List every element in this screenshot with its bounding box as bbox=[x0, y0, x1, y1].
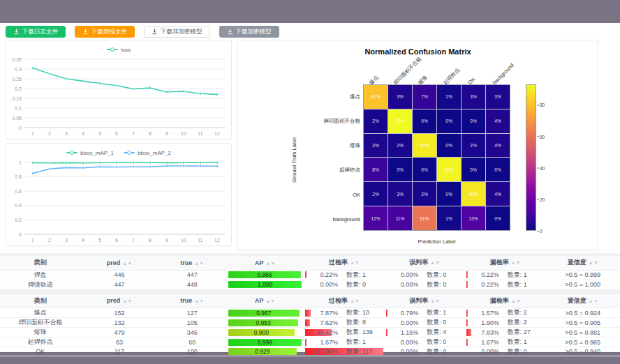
svg-text:3: 3 bbox=[65, 131, 68, 136]
ap-bar: 0.900 bbox=[228, 329, 295, 336]
heatmap-cell: 0% bbox=[486, 158, 510, 181]
heatmap-cell: 90% bbox=[413, 134, 436, 158]
sort-icon[interactable]: ▲▼ bbox=[122, 261, 132, 266]
pred-cell: 117 bbox=[80, 347, 158, 356]
heatmap-cell: 3% bbox=[388, 182, 412, 206]
ap-bar: 0.929 bbox=[228, 348, 297, 355]
sort-icon[interactable]: ▲▼ bbox=[265, 261, 275, 266]
miss-cell: 1.67%数量: 1 bbox=[465, 338, 545, 347]
column-header-1[interactable]: pred▲▼ bbox=[80, 294, 158, 308]
legend-item-bbox_mAP_2[interactable]: bbox_mAP_2 bbox=[124, 150, 171, 156]
rate-count: 数量: 0 bbox=[418, 347, 459, 356]
ap-cell: 0.900 bbox=[226, 328, 304, 338]
table-row: 起焊炸点63600.9961.67%数量: 10.00%数量: 01.67%数量… bbox=[0, 338, 620, 347]
legend-item-bbox_mAP_1[interactable]: bbox_mAP_1 bbox=[66, 150, 114, 156]
rate-percent: 7.62% bbox=[305, 319, 338, 326]
column-header-1[interactable]: pred▲▼ bbox=[80, 256, 158, 270]
heatmap-cell: 1% bbox=[437, 85, 461, 109]
svg-text:0: 0 bbox=[19, 126, 22, 130]
legend-item-loss[interactable]: loss bbox=[107, 47, 131, 53]
matrix-row-label: 焊印面积不合格 bbox=[290, 118, 360, 125]
sort-icon[interactable]: ▲▼ bbox=[430, 298, 440, 303]
legend-label: bbox_mAP_1 bbox=[80, 150, 114, 156]
heatmap-cell: 92% bbox=[437, 158, 461, 181]
svg-text:5: 5 bbox=[98, 131, 101, 136]
heatmap-cell: 3% bbox=[388, 85, 412, 109]
svg-text:0.4: 0.4 bbox=[15, 203, 22, 208]
svg-text:0.2: 0.2 bbox=[15, 86, 22, 91]
column-header-7[interactable]: 置信度▲▼ bbox=[545, 256, 620, 270]
true-cell: 60 bbox=[158, 338, 226, 347]
confusion-matrix-card: Normalized Confusion Matrix 81%3%7%1%3%3… bbox=[237, 40, 598, 250]
column-header-2[interactable]: true▲▼ bbox=[158, 294, 226, 308]
sort-icon[interactable]: ▲▼ bbox=[350, 260, 360, 265]
heatmap-cell: 0% bbox=[437, 109, 461, 133]
matrix-row-label: OK bbox=[290, 191, 360, 197]
matrix-x-axis-label: Prediction Label bbox=[363, 238, 510, 245]
sort-icon[interactable]: ▲▼ bbox=[122, 298, 132, 303]
rate-percent: 0.00% bbox=[386, 348, 419, 355]
button-label: 下载日志文件 bbox=[22, 28, 58, 36]
matrix-row-label: 起焊炸点 bbox=[290, 167, 360, 174]
confidence-cell: >0.5 = 0.999 bbox=[545, 270, 620, 280]
column-header-3[interactable]: AP▲▼ bbox=[226, 256, 304, 270]
miss-cell: 7.83%数量: 27 bbox=[465, 328, 545, 338]
rate-count: 数量: 0 bbox=[499, 347, 540, 356]
sort-icon[interactable]: ▲▼ bbox=[511, 298, 521, 303]
button-label: 下载非加密模型 bbox=[161, 28, 202, 36]
column-header-label: 置信度 bbox=[568, 297, 586, 304]
column-header-7[interactable]: 置信度▲▼ bbox=[545, 294, 620, 308]
svg-text:0.1: 0.1 bbox=[15, 106, 22, 111]
ap-bar: 0.953 bbox=[228, 319, 298, 326]
svg-text:0.6: 0.6 bbox=[15, 189, 22, 194]
rate-percent: 1.67% bbox=[305, 339, 338, 346]
map-chart-card: bbox_mAP_1bbox_mAP_2 00.20.40.60.8112345… bbox=[6, 143, 232, 246]
svg-text:9: 9 bbox=[165, 131, 168, 136]
ap-cell: 0.986 bbox=[226, 270, 304, 280]
download-button-1[interactable]: 下载简报文件 bbox=[75, 26, 135, 38]
download-button-2[interactable]: 下载非加密模型 bbox=[144, 26, 210, 38]
sort-icon[interactable]: ▲▼ bbox=[194, 298, 204, 303]
rate-percent: 0.00% bbox=[466, 348, 499, 355]
svg-text:8: 8 bbox=[149, 238, 152, 243]
column-header-4[interactable]: 过检率▲▼ bbox=[304, 256, 384, 270]
svg-text:11: 11 bbox=[198, 238, 202, 243]
column-header-label: 误判率 bbox=[409, 259, 428, 266]
rate-count: 数量: 136 bbox=[338, 328, 378, 337]
column-header-4[interactable]: 过检率▲▼ bbox=[304, 294, 384, 308]
download-button-0[interactable]: 下载日志文件 bbox=[6, 26, 66, 38]
column-header-5[interactable]: 误判率▲▼ bbox=[385, 256, 465, 270]
miss-cell: 1.57%数量: 2 bbox=[465, 308, 545, 318]
miss-cell: 0.00%数量: 0 bbox=[465, 347, 545, 356]
rate-count: 数量: 1 bbox=[418, 308, 459, 317]
sort-icon[interactable]: ▲▼ bbox=[194, 261, 204, 266]
ap-bar: 0.967 bbox=[228, 310, 300, 317]
heatmap-cell: 3% bbox=[486, 85, 510, 109]
column-header-label: 类别 bbox=[34, 259, 47, 266]
sort-icon[interactable]: ▲▼ bbox=[589, 260, 598, 265]
column-header-2[interactable]: true▲▼ bbox=[158, 256, 226, 270]
heatmap-cell: 11% bbox=[388, 206, 412, 230]
sort-icon[interactable]: ▲▼ bbox=[265, 298, 275, 303]
download-button-3[interactable]: 下载加密模型 bbox=[219, 26, 279, 38]
true-cell: 105 bbox=[158, 318, 226, 328]
rate-count: 数量: 1 bbox=[499, 271, 540, 280]
sort-icon[interactable]: ▲▼ bbox=[589, 298, 598, 303]
svg-text:0.15: 0.15 bbox=[12, 96, 22, 101]
rate-count: 数量: 117 bbox=[338, 347, 378, 356]
heatmap-cell: 3% bbox=[462, 85, 485, 109]
column-header-6[interactable]: 漏检率▲▼ bbox=[465, 294, 545, 308]
class-metrics-table: 类别pred▲▼true▲▼AP▲▼过检率▲▼误判率▲▼漏检率▲▼置信度▲▼爆点… bbox=[0, 294, 620, 357]
ap-cell: 0.996 bbox=[226, 338, 304, 347]
loss-chart-card: loss 00.050.10.150.20.250.30.35123456789… bbox=[6, 40, 232, 139]
svg-text:6: 6 bbox=[115, 131, 118, 136]
overcheck-cell: 39.42%数量: 136 bbox=[304, 328, 384, 338]
sort-icon[interactable]: ▲▼ bbox=[350, 298, 360, 303]
rate-percent: 0.22% bbox=[466, 271, 499, 278]
ap-cell: 0.929 bbox=[226, 347, 304, 356]
column-header-5[interactable]: 误判率▲▼ bbox=[385, 294, 465, 308]
column-header-6[interactable]: 漏检率▲▼ bbox=[465, 256, 545, 270]
sort-icon[interactable]: ▲▼ bbox=[430, 260, 440, 265]
sort-icon[interactable]: ▲▼ bbox=[511, 260, 521, 265]
column-header-3[interactable]: AP▲▼ bbox=[226, 294, 304, 308]
